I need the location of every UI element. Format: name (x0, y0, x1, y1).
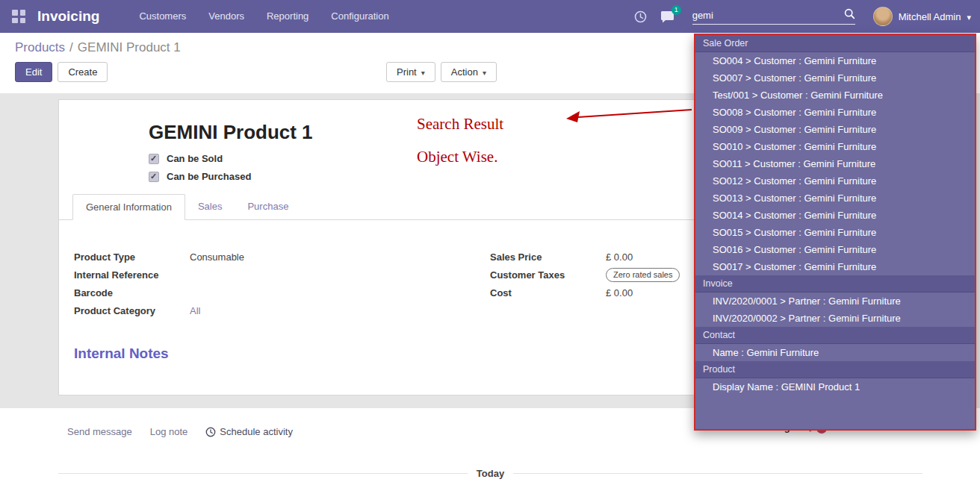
apps-menu-icon[interactable] (12, 10, 25, 23)
top-navbar: Invoicing Customers Vendors Reporting Co… (0, 0, 980, 33)
print-label: Print (397, 66, 417, 78)
breadcrumb-products-link[interactable]: Products (15, 40, 65, 54)
field-label: Product Category (74, 304, 190, 318)
group-header-contact: Contact (695, 327, 975, 344)
field-value: £ 0.00 (606, 286, 633, 300)
field-label: Customer Taxes (490, 268, 606, 282)
tab-sales[interactable]: Sales (185, 194, 235, 219)
product-category-link[interactable]: All (190, 304, 200, 318)
edit-button[interactable]: Edit (15, 62, 52, 82)
annotation-line1: Search Result (417, 107, 503, 140)
avatar (873, 7, 893, 26)
search-result-item[interactable]: INV/2020/0001 > Partner : Gemini Furnitu… (695, 293, 975, 310)
caret-down-icon (478, 66, 486, 78)
can-be-sold-label: Can be Sold (167, 153, 223, 164)
search-result-item[interactable]: SO014 > Customer : Gemini Furniture (695, 207, 975, 224)
annotation-arrow (566, 104, 697, 128)
tab-purchase[interactable]: Purchase (235, 194, 301, 219)
send-message-link[interactable]: Send message (67, 426, 132, 437)
app-title[interactable]: Invoicing (37, 8, 99, 25)
annotation-note: Search Result Object Wise. (417, 107, 503, 173)
today-label: Today (477, 468, 504, 479)
breadcrumb-current: GEMINI Product 1 (78, 40, 181, 54)
menu-vendors[interactable]: Vendors (197, 0, 255, 33)
annotation-line2: Object Wise. (417, 140, 503, 173)
user-menu[interactable]: Mitchell Admin (873, 7, 971, 26)
schedule-activity-link[interactable]: Schedule activity (205, 426, 293, 437)
field-value: £ 0.00 (606, 250, 633, 264)
search-result-item[interactable]: INV/2020/0002 > Partner : Gemini Furnitu… (695, 310, 975, 327)
global-search-input[interactable] (692, 10, 844, 21)
search-result-item[interactable]: SO011 > Customer : Gemini Furniture (695, 155, 975, 172)
tab-general-information[interactable]: General Information (72, 194, 185, 220)
search-icon[interactable] (844, 8, 855, 22)
global-search (692, 8, 855, 25)
search-result-item[interactable]: SO010 > Customer : Gemini Furniture (695, 138, 975, 155)
group-header-product: Product (695, 361, 975, 378)
search-result-item[interactable]: SO015 > Customer : Gemini Furniture (695, 224, 975, 241)
search-result-item[interactable]: SO004 > Customer : Gemini Furniture (695, 52, 975, 69)
field-internal-reference: Internal Reference (74, 268, 490, 282)
field-product-type: Product Type Consumable (74, 250, 490, 264)
search-result-item[interactable]: SO008 > Customer : Gemini Furniture (695, 104, 975, 121)
field-label: Sales Price (490, 250, 606, 264)
can-be-sold-checkbox[interactable] (149, 154, 159, 164)
schedule-activity-label: Schedule activity (220, 426, 293, 437)
search-result-item[interactable]: Name : Gemini Furniture (695, 344, 975, 361)
action-label: Action (451, 66, 478, 78)
menu-configuration[interactable]: Configuration (320, 0, 400, 33)
field-label: Internal Reference (74, 268, 190, 282)
today-divider: Today (58, 468, 922, 479)
search-result-item[interactable]: SO007 > Customer : Gemini Furniture (695, 69, 975, 87)
can-be-purchased-checkbox[interactable] (149, 172, 159, 182)
search-result-item[interactable]: SO016 > Customer : Gemini Furniture (695, 241, 975, 258)
user-name: Mitchell Admin (899, 11, 961, 22)
print-dropdown-button[interactable]: Print (386, 62, 435, 82)
breadcrumb-separator: / (69, 40, 73, 54)
tax-badge: Zero rated sales (606, 268, 680, 282)
search-result-item[interactable]: SO012 > Customer : Gemini Furniture (695, 172, 975, 190)
group-header-sale-order: Sale Order (695, 35, 975, 52)
caret-down-icon (417, 66, 425, 78)
field-label: Cost (490, 286, 606, 300)
search-results-dropdown: Sale Order SO004 > Customer : Gemini Fur… (694, 34, 976, 431)
messages-icon[interactable]: 1 (660, 10, 674, 23)
field-value: Consumable (190, 250, 244, 264)
search-result-item[interactable]: Test/001 > Customer : Gemini Furniture (695, 87, 975, 104)
can-be-purchased-label: Can be Purchased (167, 171, 251, 182)
main-menu: Customers Vendors Reporting Configuratio… (128, 0, 400, 33)
action-dropdown-button[interactable]: Action (441, 62, 497, 82)
search-result-item[interactable]: Display Name : GEMINI Product 1 (695, 378, 975, 395)
field-label: Product Type (74, 250, 190, 264)
activities-clock-icon[interactable] (634, 10, 647, 23)
field-label: Barcode (74, 286, 190, 300)
create-button[interactable]: Create (58, 62, 108, 82)
group-header-invoice: Invoice (695, 275, 975, 293)
menu-reporting[interactable]: Reporting (255, 0, 320, 33)
search-result-item[interactable]: SO013 > Customer : Gemini Furniture (695, 190, 975, 207)
caret-down-icon (967, 10, 971, 23)
messages-badge: 1 (672, 5, 681, 15)
search-result-item[interactable]: SO017 > Customer : Gemini Furniture (695, 258, 975, 275)
search-result-item[interactable]: SO009 > Customer : Gemini Furniture (695, 121, 975, 138)
log-note-link[interactable]: Log note (150, 426, 188, 437)
menu-customers[interactable]: Customers (128, 0, 197, 33)
clock-icon (205, 427, 216, 437)
field-product-category: Product Category All (74, 304, 490, 318)
field-barcode: Barcode (74, 286, 490, 300)
